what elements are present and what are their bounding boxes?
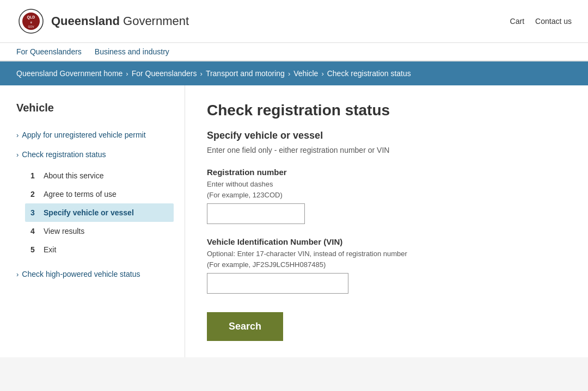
nav-for-queenslanders[interactable]: For Queenslanders [16, 47, 82, 56]
vin-label: Vehicle Identification Number (VIN) [207, 237, 566, 246]
header-links: Cart Contact us [510, 17, 572, 26]
logo-area: QLD ♛ GOV Queensland Government [16, 7, 189, 36]
breadcrumb-for-qld[interactable]: For Queenslanders [132, 69, 197, 78]
registration-number-input[interactable] [207, 203, 305, 224]
step-label-2: Agree to terms of use [44, 190, 117, 198]
step-label-5: Exit [44, 245, 56, 254]
nav-business-industry[interactable]: Business and industry [95, 47, 169, 56]
sidebar-steps: 1 About this service 2 Agree to terms of… [25, 166, 174, 259]
sidebar-title: Vehicle [16, 102, 174, 114]
vin-hint: Optional: Enter 17-character VIN, instea… [207, 249, 566, 270]
section-desc: Enter one field only - either registrati… [207, 146, 566, 154]
breadcrumb-sep-1: › [126, 70, 128, 78]
reg-number-field-group: Registration number Enter without dashes… [207, 167, 566, 224]
step-num-1: 1 [30, 171, 38, 180]
qld-logo-icon: QLD ♛ GOV [16, 7, 46, 36]
step-num-2: 2 [30, 190, 38, 198]
step-num-3: 3 [30, 208, 38, 217]
sidebar-step-3[interactable]: 3 Specify vehicle or vessel [25, 203, 174, 222]
step-label-3: Specify vehicle or vessel [44, 208, 134, 217]
breadcrumb-home[interactable]: Queensland Government home [16, 69, 122, 78]
step-num-4: 4 [30, 227, 38, 235]
nav-bar: For Queenslanders Business and industry [0, 43, 588, 61]
main-content: Vehicle › Apply for unregistered vehicle… [0, 85, 588, 357]
reg-number-label: Registration number [207, 167, 566, 177]
breadcrumb: Queensland Government home › For Queensl… [0, 61, 588, 85]
vin-input[interactable] [207, 273, 348, 294]
svg-text:♛: ♛ [30, 21, 32, 24]
breadcrumb-check-reg: Check registration status [327, 69, 411, 78]
sidebar-link-high-powered[interactable]: › Check high-powered vehicle status [16, 264, 174, 284]
step-label-4: View results [44, 227, 84, 235]
sidebar-step-5[interactable]: 5 Exit [25, 240, 174, 259]
step-label-1: About this service [44, 171, 104, 180]
sidebar-step-1[interactable]: 1 About this service [25, 166, 174, 185]
logo-text: Queensland Government [51, 14, 189, 28]
sidebar-link-check-reg[interactable]: › Check registration status [16, 145, 174, 164]
cart-link[interactable]: Cart [510, 17, 524, 26]
reg-hint: Enter without dashes (For example, 123CO… [207, 179, 566, 200]
chevron-icon-2: › [16, 151, 19, 159]
sidebar: Vehicle › Apply for unregistered vehicle… [0, 85, 185, 357]
step-num-5: 5 [30, 245, 38, 254]
search-button[interactable]: Search [207, 312, 283, 341]
sidebar-link-unregistered[interactable]: › Apply for unregistered vehicle permit [16, 125, 174, 145]
sidebar-step-2[interactable]: 2 Agree to terms of use [25, 185, 174, 203]
section-title: Specify vehicle or vessel [207, 130, 566, 141]
chevron-icon-3: › [16, 270, 19, 278]
vin-field-group: Vehicle Identification Number (VIN) Opti… [207, 237, 566, 294]
chevron-icon-1: › [16, 131, 19, 139]
svg-text:GOV: GOV [28, 25, 34, 28]
sidebar-step-4[interactable]: 4 View results [25, 222, 174, 240]
breadcrumb-vehicle[interactable]: Vehicle [293, 69, 318, 78]
breadcrumb-transport[interactable]: Transport and motoring [206, 69, 285, 78]
site-header: QLD ♛ GOV Queensland Government Cart Con… [0, 0, 588, 43]
breadcrumb-sep-2: › [200, 70, 203, 78]
page-title: Check registration status [207, 102, 566, 119]
breadcrumb-sep-3: › [288, 70, 290, 78]
svg-text:QLD: QLD [27, 15, 35, 20]
form-content: Check registration status Specify vehicl… [185, 85, 588, 357]
contact-link[interactable]: Contact us [535, 17, 572, 26]
breadcrumb-sep-4: › [321, 70, 323, 78]
